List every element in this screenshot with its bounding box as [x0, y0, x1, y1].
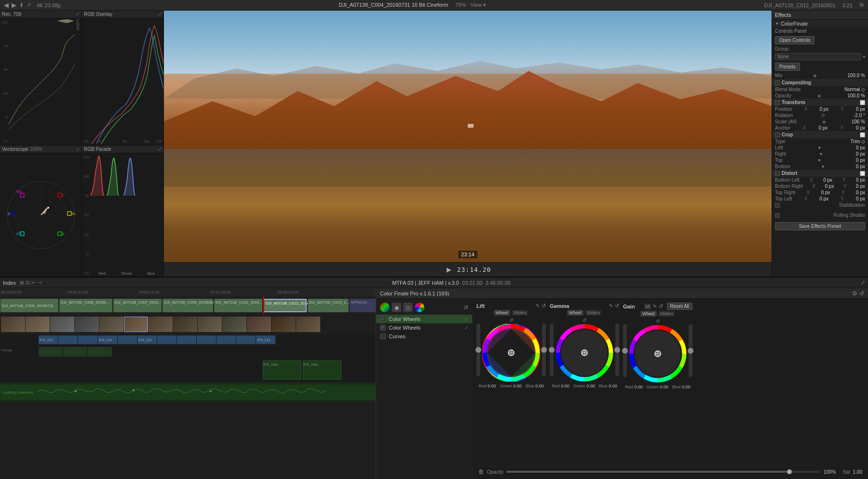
cf-gain-refresh-2[interactable]: ↺ — [656, 319, 660, 324]
thumb-8[interactable] — [173, 317, 197, 332]
thumb-1[interactable] — [1, 317, 25, 332]
cf-gamma-slider-right[interactable] — [615, 323, 619, 376]
tool-2[interactable]: ⊡ — [26, 280, 29, 285]
thumb-3[interactable] — [50, 317, 74, 332]
range-1[interactable] — [39, 347, 63, 357]
cf-group-3-checkbox[interactable] — [380, 333, 386, 339]
distort-checkbox[interactable] — [775, 171, 780, 176]
cf-gamma-refresh-2[interactable]: ↺ — [583, 318, 586, 323]
settings-icon[interactable]: ⚙ — [859, 2, 864, 8]
cf-group-1-checkbox[interactable] — [380, 316, 386, 322]
expand-timeline[interactable]: ⤢ — [861, 279, 865, 286]
cf-lift-refresh[interactable]: ↺ — [542, 303, 546, 309]
cf-gamma-slider-left-thumb[interactable] — [549, 347, 555, 353]
cf-gamma-slider-left[interactable] — [550, 323, 554, 376]
clip-3[interactable]: DJI_A07138_C007_2016… — [113, 299, 162, 312]
cf-lift-edit[interactable]: ✎ — [536, 303, 540, 308]
cf-lift-slider-right[interactable] — [542, 323, 546, 376]
rgb-parade-expand[interactable]: ⤢ — [158, 146, 162, 152]
cf-gain-edit[interactable]: ✎ — [653, 304, 657, 309]
clip-4[interactable]: DJI_A07138_C009_20160801 — [163, 299, 213, 312]
clip-8[interactable]: MTFA 03… — [350, 299, 376, 312]
thumb-11[interactable] — [247, 317, 271, 332]
sec-clip-2[interactable] — [58, 335, 78, 344]
cf-gain-m-button[interactable]: M — [644, 304, 651, 309]
cf-opacity-slider[interactable] — [506, 471, 821, 473]
cf-group-item-3[interactable]: Curves — [376, 332, 472, 341]
view-button-top[interactable]: View ▾ — [471, 2, 487, 8]
cf-icon-3[interactable]: ◫ — [403, 303, 413, 312]
cf-gain-refresh[interactable]: ↺ — [659, 303, 663, 309]
thumb-2[interactable] — [26, 317, 50, 332]
cf-opacity-thumb[interactable] — [787, 469, 792, 474]
cf-icon-wheel[interactable] — [380, 303, 390, 312]
cf-reset-all-button[interactable]: Reset All — [667, 303, 692, 310]
sec-clip-7[interactable] — [157, 335, 176, 344]
play-pause-button[interactable]: ▶ — [445, 265, 453, 274]
cf-gain-slider-right[interactable] — [689, 324, 692, 377]
cf-lift-slider-right-thumb[interactable] — [541, 347, 547, 353]
sec-clip-9[interactable] — [197, 335, 216, 344]
crop-checkbox[interactable] — [775, 133, 780, 137]
music-clip[interactable]: Uplifting Dramatic — [0, 385, 376, 400]
stabilization-checkbox[interactable] — [775, 203, 780, 208]
tool-3[interactable]: ⊢ — [31, 280, 36, 285]
audio-clip-1[interactable]: 879_2083 — [263, 360, 301, 380]
cf-gamma-edit[interactable]: ✎ — [609, 303, 613, 308]
cf-icon-4[interactable] — [415, 303, 424, 312]
clip-2[interactable]: DJI_A07138_C008_20160… — [59, 299, 112, 312]
presets-button[interactable]: Presets — [775, 63, 800, 71]
cf-gain-wheel-tab[interactable]: Wheel — [640, 311, 657, 317]
cf-gain-slider-left-thumb[interactable] — [622, 348, 628, 354]
cf-gamma-sliders-tab[interactable]: Sliders — [585, 310, 602, 316]
cf-gamma-wheel-tab[interactable]: Wheel — [567, 310, 583, 316]
group-dropdown[interactable]: None — [775, 53, 861, 60]
cf-gain-wheel-svg[interactable] — [629, 325, 687, 383]
rolling-shutter-checkbox[interactable] — [775, 213, 780, 218]
sec-clip-12[interactable]: 879_213 — [256, 335, 275, 344]
clip-5[interactable]: DJI_A07138_C010_2016… — [214, 299, 262, 312]
clip-1[interactable]: DJI_A07138_C006_20160731 — [0, 299, 58, 312]
compositing-header[interactable]: Compositing — [772, 79, 868, 86]
transform-header[interactable]: Transform ⬜ — [772, 99, 868, 106]
cf-refresh-small[interactable]: ↺ — [463, 304, 468, 311]
cf-lift-wheel-svg[interactable] — [482, 324, 540, 382]
back-button[interactable]: ◀ — [4, 1, 9, 9]
thumb-13[interactable] — [296, 317, 320, 332]
sec-clip-10[interactable] — [217, 335, 236, 344]
cf-gamma-wheel-svg[interactable] — [556, 324, 613, 382]
compositing-checkbox[interactable] — [775, 80, 780, 85]
transform-checkbox[interactable] — [775, 100, 780, 105]
sec-clip-8[interactable] — [177, 335, 196, 344]
cf-gain-slider-right-thumb[interactable] — [688, 348, 693, 354]
tool-1[interactable]: ⊞ — [20, 280, 24, 285]
rgb-overlay-expand[interactable]: ⤢ — [158, 12, 162, 17]
cf-gain-sliders-tab[interactable]: Sliders — [658, 311, 676, 317]
cf-group-2-checkbox[interactable] — [380, 325, 386, 331]
clip-7[interactable]: DJI_A07138_C013_2… — [308, 299, 349, 312]
audio-clip-2[interactable]: 879_2081 — [303, 360, 341, 380]
crop-header[interactable]: Crop ⬜ — [772, 131, 868, 138]
thumb-5[interactable] — [99, 317, 123, 332]
sec-clip-5[interactable] — [118, 335, 137, 344]
sec-clip-3[interactable] — [78, 335, 97, 344]
vectorscope-expand[interactable]: ⤢ — [76, 146, 80, 152]
open-controls-button[interactable]: Open Controls — [775, 36, 814, 44]
distort-header[interactable]: Distort ⬜ — [772, 170, 868, 177]
thumb-4[interactable] — [75, 317, 99, 332]
cf-lift-sliders-tab[interactable]: Sliders — [512, 310, 529, 316]
luma-expand-icon[interactable]: ⤢ — [76, 12, 80, 17]
cf-lift-wheel-tab[interactable]: Wheel — [494, 310, 510, 316]
forward-button[interactable]: ▶ — [12, 1, 16, 9]
cf-icon-2[interactable]: ▣ — [392, 303, 401, 312]
cf-gamma-refresh[interactable]: ↺ — [615, 303, 619, 309]
thumb-9[interactable] — [198, 317, 222, 332]
sec-clip-11[interactable] — [236, 335, 256, 344]
cf-trash-icon[interactable]: 🗑 — [478, 468, 484, 475]
sec-clip-6[interactable]: 879_214 — [137, 335, 157, 344]
thumb-6-selected[interactable] — [124, 317, 148, 332]
tool-4[interactable]: ⊣ — [38, 280, 42, 285]
share-button[interactable]: ↗ — [27, 2, 31, 8]
cf-settings-icon[interactable]: ⚙ — [852, 290, 857, 297]
thumb-7[interactable] — [149, 317, 173, 332]
